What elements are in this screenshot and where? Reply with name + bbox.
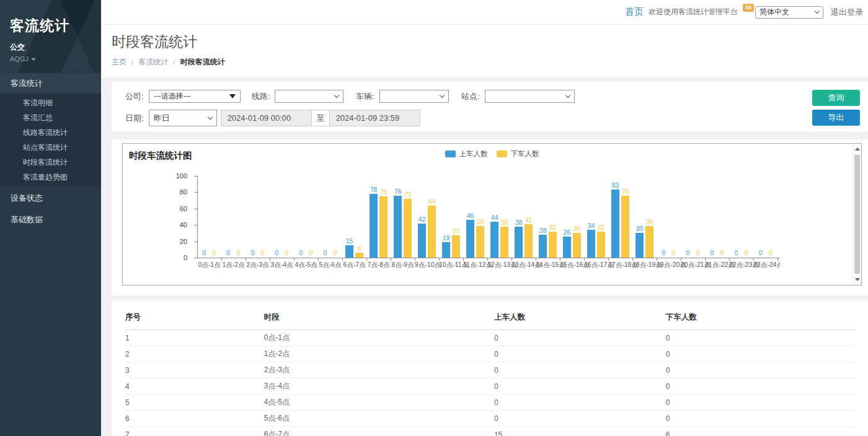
breadcrumb-home[interactable]: 主页 [112, 57, 126, 68]
export-button[interactable]: 导出 [812, 110, 860, 126]
date-to-input[interactable]: 2024-01-09 23:59 [329, 110, 420, 126]
bar-column: 0 [259, 249, 267, 258]
sidebar-submenu: 客流明细客流汇总线路客流统计站点客流统计时段客流统计客流量趋势图 [0, 94, 101, 187]
bar[interactable] [394, 196, 402, 258]
bar[interactable] [404, 199, 412, 258]
table-cell: 0 [494, 411, 666, 427]
breadcrumb: 主页 / 客流统计 / 时段客流统计 [112, 57, 868, 68]
bar[interactable] [428, 206, 436, 258]
date-from-input[interactable]: 2024-01-09 00:00 [221, 110, 312, 126]
bar-group: 3039 [632, 176, 657, 258]
bar-value-label: 83 [612, 181, 619, 189]
y-axis-tick-mark [194, 192, 197, 193]
table-cell: 0 [494, 362, 666, 378]
sidebar-item-站点客流统计[interactable]: 站点客流统计 [0, 140, 101, 155]
x-axis-label: 23点-24点 [753, 261, 777, 269]
scroll-down-icon[interactable] [855, 278, 860, 281]
bar[interactable] [587, 230, 595, 258]
legend-swatch [445, 150, 456, 157]
scroll-up-icon[interactable] [855, 147, 860, 150]
bar-column: 0 [766, 249, 774, 258]
table-row: 65点-6点00 [125, 411, 856, 427]
bar[interactable] [636, 233, 644, 258]
y-axis-tick-label: 0 [123, 254, 187, 261]
sidebar-item-设备状态[interactable]: 设备状态 [0, 187, 101, 209]
x-axis-label: 14点-15点 [536, 261, 560, 269]
scrollbar-thumb[interactable] [854, 155, 860, 274]
y-axis-tick-label: 20 [123, 238, 187, 245]
table-cell: 3点-4点 [264, 378, 494, 395]
bar-group: 00 [246, 176, 270, 258]
sidebar-item-线路客流统计[interactable]: 线路客流统计 [0, 125, 101, 140]
bar[interactable] [539, 235, 547, 258]
bar[interactable] [621, 196, 629, 258]
bar[interactable] [452, 235, 460, 258]
x-axis-label: 19点-20点 [657, 261, 681, 269]
bar-column: 0 [756, 249, 764, 258]
date-preset-select[interactable]: 昨日 [149, 110, 217, 126]
sidebar-logo-area: 客流统计 公交 AQGJ [0, 0, 101, 73]
bar-group: 4639 [463, 176, 487, 258]
table-cell: 0 [666, 411, 856, 427]
bar[interactable] [597, 232, 605, 258]
sidebar-item-客流量趋势图[interactable]: 客流量趋势图 [0, 170, 101, 185]
bar-value-label: 72 [404, 191, 412, 198]
sidebar-section-passenger-stats[interactable]: 客流统计 [0, 73, 101, 94]
bar-value-label: 0 [662, 249, 666, 256]
bar-column: 0 [660, 249, 668, 258]
bar[interactable] [500, 227, 508, 258]
vehicle-select[interactable] [379, 90, 449, 103]
logout-link[interactable]: 退出登录 [831, 7, 863, 18]
search-button[interactable]: 查询 [812, 90, 860, 106]
bar-value-label: 0 [686, 249, 690, 256]
bar-column: 30 [636, 225, 644, 258]
sidebar-item-时段客流统计[interactable]: 时段客流统计 [0, 155, 101, 170]
bar[interactable] [370, 194, 378, 258]
breadcrumb-section[interactable]: 客流统计 [138, 57, 168, 68]
table-cell: 0 [666, 346, 856, 362]
sidebar-item-客流明细[interactable]: 客流明细 [0, 95, 101, 110]
bar-value-label: 0 [237, 249, 241, 256]
sidebar-item-基础数据[interactable]: 基础数据 [0, 209, 101, 230]
bar[interactable] [573, 233, 581, 258]
chart-scrollbar[interactable] [852, 144, 861, 285]
bar[interactable] [476, 226, 484, 258]
bar-value-label: 30 [636, 225, 644, 232]
chart-legend: 上车人数下车人数 [445, 149, 539, 159]
company-select[interactable]: ---请选择--- [149, 90, 241, 103]
bar[interactable] [525, 224, 533, 258]
bar[interactable] [345, 245, 353, 258]
y-axis-tick-mark [194, 225, 197, 225]
bar[interactable] [563, 237, 571, 258]
bar-column: 0 [210, 249, 218, 258]
y-axis-tick-mark [194, 176, 197, 177]
org-code-dropdown[interactable]: AQGJ [10, 55, 101, 63]
station-label: 站点: [461, 91, 480, 102]
language-select[interactable]: 简体中文 [755, 6, 823, 19]
bar-value-label: 44 [491, 214, 498, 221]
table-cell: 0 [494, 378, 666, 395]
page-header: 时段客流统计 主页 / 客流统计 / 时段客流统计 [101, 25, 868, 77]
home-link[interactable]: 首页 [625, 6, 644, 18]
dropdown-arrow-icon [229, 94, 236, 98]
table-cell: 1 [125, 330, 264, 346]
bar-value-label: 0 [334, 249, 337, 256]
bar[interactable] [466, 220, 474, 258]
bar[interactable] [645, 226, 653, 258]
chevron-down-icon [815, 9, 820, 14]
bar[interactable] [379, 196, 388, 258]
station-select[interactable] [485, 90, 575, 103]
bar-value-label: 39 [646, 218, 653, 225]
bar[interactable] [418, 224, 426, 258]
bar[interactable] [490, 222, 498, 258]
bar[interactable] [442, 242, 450, 258]
notification-badge[interactable]: 34 [743, 4, 754, 12]
x-axis-label: 21点-22点 [705, 261, 729, 269]
bar-column: 0 [708, 249, 716, 258]
bar[interactable] [549, 232, 557, 258]
bar[interactable] [611, 190, 619, 258]
bar[interactable] [515, 227, 523, 258]
bar[interactable] [355, 253, 363, 258]
line-select[interactable] [275, 90, 343, 103]
sidebar-item-客流汇总[interactable]: 客流汇总 [0, 110, 101, 125]
